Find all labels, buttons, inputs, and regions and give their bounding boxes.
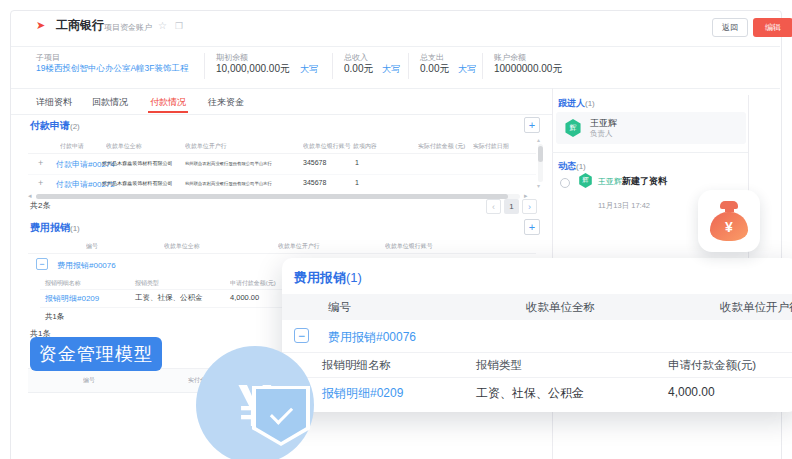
section-title-text: 跟进人	[558, 98, 585, 108]
summary-divider	[482, 53, 483, 79]
add-expense-button[interactable]: +	[524, 219, 540, 235]
column-header: 收款单位开户行	[185, 141, 234, 151]
overlay-divider	[282, 377, 792, 378]
star-favorite-icon[interactable]: ☆	[158, 20, 167, 31]
opening-balance-caps-link[interactable]: 大写	[300, 63, 318, 76]
row-collapse-button[interactable]: −	[36, 258, 48, 270]
tab-active-underline	[148, 111, 188, 113]
expense-amount-cell: 4,000.00	[668, 385, 715, 399]
edit-button[interactable]: 编辑	[753, 18, 792, 37]
money-bag-knot	[720, 201, 738, 209]
pagination-next-button[interactable]: ›	[522, 199, 537, 214]
detail-column-header: 报销类型	[476, 358, 522, 373]
vscroll-down-arrow-icon[interactable]: ▾	[537, 182, 540, 189]
expense-amount-cell: 4,000.00	[230, 293, 259, 302]
section-count: (1)	[346, 270, 362, 285]
tab-detail-info[interactable]: 详细资料	[36, 96, 72, 109]
follower-role: 负责人	[590, 129, 613, 139]
payment-request-section-title: 付款申请(2)	[30, 119, 80, 133]
hscroll-thumb[interactable]	[36, 194, 508, 199]
activity-user-link[interactable]: 王亚辉	[598, 176, 622, 187]
account-balance-value: 10000000.00元	[494, 62, 562, 76]
section-title-text: 动态	[558, 161, 576, 171]
tabs-divider	[11, 114, 552, 115]
expense-detail-total: 共1条	[45, 312, 64, 322]
yuan-symbol: ¥	[725, 219, 733, 235]
section-count: (1)	[70, 224, 80, 233]
expense-section-title: 费用报销(1)	[30, 221, 80, 235]
activity-timestamp: 11月13日 17:42	[598, 201, 650, 211]
payment-content-cell: 1	[355, 179, 359, 186]
sidebar-divider	[552, 152, 748, 153]
subproject-label: 子项目	[36, 52, 60, 63]
money-bag-icon: ¥	[710, 212, 748, 241]
bank-account-cell: 345678	[303, 159, 326, 166]
feature-badge: 资金管理模型	[30, 337, 162, 371]
column-header: 款项内容	[353, 141, 381, 151]
summary-divider	[204, 53, 205, 79]
detail-column-header: 报销明细名称	[322, 358, 391, 373]
expense-type-cell: 工资、社保、公积金	[476, 385, 584, 402]
record-type-label: 项目资金账户	[104, 22, 152, 33]
row-expander[interactable]: +	[38, 178, 43, 188]
pagination-prev-button[interactable]: ‹	[486, 199, 501, 214]
overlay-section-title: 费用报销(1)	[294, 269, 362, 287]
clock-icon	[560, 178, 570, 188]
money-bag-app-card: ¥	[698, 190, 760, 252]
fullscreen-icon[interactable]: ❐	[175, 21, 183, 31]
hscroll-left-arrow-icon[interactable]: ◂	[28, 192, 32, 200]
expense-detail-link[interactable]: 报销明细#0209	[322, 385, 403, 402]
table-header-divider	[28, 153, 536, 154]
total-expense-caps-link[interactable]: 大写	[458, 63, 476, 76]
total-income-caps-link[interactable]: 大写	[382, 63, 400, 76]
tab-repayment[interactable]: 回款情况	[92, 96, 128, 109]
section-count: (1)	[576, 162, 586, 171]
back-button[interactable]: 返回	[712, 18, 748, 37]
vscroll-up-arrow-icon[interactable]: ▴	[537, 136, 540, 143]
column-header: 收款单位银行账号	[303, 141, 359, 151]
subproject-value[interactable]: 19楼西投创智中心办公室A幢3F装饰工程	[36, 63, 189, 75]
payment-request-total: 共2条	[30, 200, 50, 211]
summary-divider	[332, 53, 333, 79]
column-header: 编号	[328, 300, 351, 315]
tab-payment[interactable]: 付款情况	[150, 96, 186, 109]
section-title-text: 费用报销	[30, 222, 70, 233]
detail-column-header: 报销类型	[135, 278, 163, 288]
expense-detail-link[interactable]: 报销明细#0209	[45, 293, 99, 304]
bank-account-cell: 345678	[303, 179, 326, 186]
column-header: 收款单位开户行	[720, 300, 792, 315]
section-count: (2)	[70, 122, 80, 131]
column-header: 收款单位银行账号	[385, 241, 441, 251]
detail-column-header: 申请付款金额(元)	[230, 278, 284, 288]
row-divider	[28, 174, 536, 175]
detail-column-header: 申请付款金额(元)	[668, 358, 756, 373]
total-expense-value: 0.00元	[420, 62, 449, 76]
row-expander[interactable]: +	[38, 158, 43, 168]
page-title: 工商银行	[56, 17, 104, 34]
record-type-flag-icon: ➤	[36, 19, 45, 32]
total-income-value: 0.00元	[344, 62, 373, 76]
vscroll-thumb[interactable]	[538, 146, 543, 162]
section-count: (1)	[585, 99, 595, 108]
pagination-page-button[interactable]: 1	[504, 199, 519, 214]
expense-zoom-overlay: 费用报销(1) 编号 收款单位全称 收款单位开户行 − 费用报销#00076 报…	[282, 258, 792, 412]
table-header-divider	[28, 253, 536, 254]
followers-section-title: 跟进人(1)	[558, 97, 595, 110]
column-header: 实际付款金额 (元)	[418, 141, 474, 151]
activity-action-text: 新建了资料	[622, 175, 667, 188]
column-header: 收款单位全称	[526, 300, 595, 315]
check-mark	[269, 401, 292, 424]
row-collapse-button[interactable]: −	[294, 328, 309, 343]
column-header: 收款单位全称	[106, 141, 148, 151]
column-header: 实际付款日期	[473, 141, 515, 151]
add-payment-request-button[interactable]: +	[524, 117, 540, 133]
column-header: 收款单位全称	[164, 241, 206, 251]
column-header: 付款申请	[60, 141, 88, 151]
tab-funds-flow[interactable]: 往来资金	[208, 96, 244, 109]
expense-record-link[interactable]: 费用报销#00076	[328, 329, 416, 346]
payment-content-cell: 1	[355, 159, 359, 166]
summary-bottom-divider	[11, 88, 780, 89]
follower-card[interactable]	[556, 112, 746, 144]
expense-record-link[interactable]: 费用报销#00076	[57, 260, 116, 271]
summary-divider	[408, 53, 409, 79]
